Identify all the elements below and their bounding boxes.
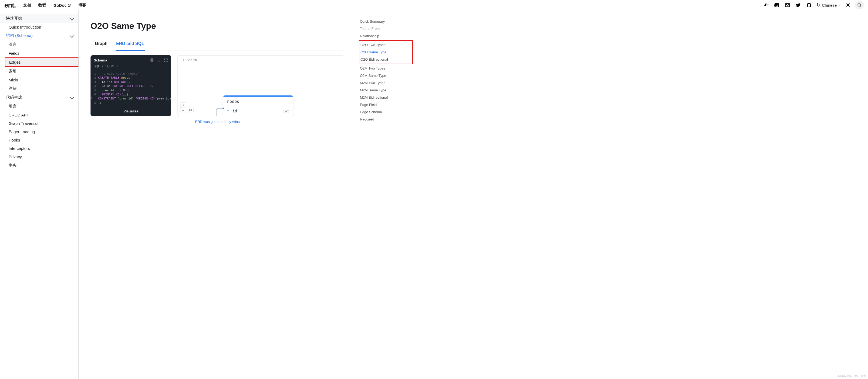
sql-label[interactable]: SQL: [94, 64, 100, 68]
chevron-down-icon: [70, 95, 73, 100]
svg-point-1: [847, 4, 849, 6]
sql-code[interactable]: 1-- create table "nodes"2CREATE TABLE no…: [91, 70, 171, 107]
tabs: Graph ERD and SQL: [91, 38, 344, 50]
database-icon[interactable]: [150, 58, 154, 62]
sidebar-item-transactions[interactable]: 事务: [0, 161, 79, 170]
zoom-out-button[interactable]: −: [181, 108, 186, 113]
toc-item[interactable]: O2O Same Type: [360, 49, 412, 56]
schema-panel: Schema SQL ▾ SQLite ▾ 1-- create table "…: [91, 55, 171, 116]
top-nav: ent. 文档 教程 GoDoc 博客 Chinese: [0, 0, 868, 10]
erd-table-nodes[interactable]: nodes idintvalueintprev_idint: [223, 95, 293, 116]
nav-godoc[interactable]: GoDoc: [53, 3, 71, 7]
tab-erd-sql[interactable]: ERD and SQL: [116, 38, 145, 51]
sidebar-item-edges[interactable]: Edges: [5, 58, 78, 66]
erd-generated-note[interactable]: ERD was generated by Atlas: [91, 116, 344, 124]
toc-item[interactable]: O2M Same Type: [359, 72, 413, 79]
toc-item[interactable]: M2M Same Type: [359, 87, 413, 94]
theme-toggle-icon[interactable]: [844, 1, 852, 9]
port-dot: [222, 108, 224, 109]
arrow-down-icon: ▾: [102, 65, 103, 67]
svg-rect-13: [190, 109, 191, 111]
svg-line-3: [860, 6, 861, 7]
erd-column-row: idint: [223, 107, 293, 115]
sidebar-item-annotations[interactable]: 注解: [0, 84, 79, 93]
svg-point-4: [151, 58, 153, 59]
sidebar-group-codegen[interactable]: 代码生成: [0, 93, 79, 102]
zoom-controls: + −: [180, 103, 186, 113]
key-icon: [227, 110, 230, 112]
toc-item[interactable]: Edge Schema: [359, 108, 413, 116]
sidebar-item-privacy[interactable]: Privacy: [0, 152, 79, 161]
nav-docs[interactable]: 文档: [23, 3, 31, 8]
language-label: Chinese: [822, 3, 837, 7]
twitter-icon[interactable]: [795, 1, 802, 9]
sidebar-item-interceptors[interactable]: Interceptors: [0, 144, 79, 152]
sidebar-item-intro2[interactable]: 引言: [0, 102, 79, 111]
visualize-button[interactable]: Visualize: [91, 107, 171, 116]
sidebar-item-quick-intro[interactable]: Quick Introduction: [0, 23, 79, 31]
mail-icon[interactable]: [784, 1, 791, 9]
schema-panel-title: Schema: [94, 58, 147, 62]
fit-view-button[interactable]: [188, 107, 194, 113]
svg-point-2: [858, 3, 861, 6]
sidebar-item-hooks[interactable]: Hooks: [0, 136, 79, 144]
dialect-label[interactable]: SQLite: [105, 64, 115, 68]
search-button[interactable]: [855, 1, 864, 9]
sidebar-item-graph-traversal[interactable]: Graph Traversal: [0, 119, 79, 127]
nav-blog[interactable]: 博客: [78, 3, 86, 8]
nav-tutorials[interactable]: 教程: [38, 3, 46, 8]
slack-icon[interactable]: [762, 1, 770, 9]
svg-line-0: [69, 4, 71, 5]
sidebar-item-eager-loading[interactable]: Eager Loading: [0, 127, 79, 136]
language-switcher[interactable]: Chinese: [816, 3, 841, 7]
erd-column-row: valueint: [223, 115, 293, 116]
translate-icon: [816, 3, 821, 7]
sidebar-group-label: 结构 (Schema): [6, 33, 33, 38]
toc: Quick SummaryTo and FromRelationshipO2O …: [356, 10, 415, 379]
github-icon[interactable]: [805, 1, 813, 9]
toc-item[interactable]: Quick Summary: [359, 18, 413, 25]
tab-graph[interactable]: Graph: [94, 38, 108, 50]
toc-item[interactable]: M2M Bidirectional: [359, 94, 413, 101]
erd-table-name: nodes: [223, 97, 293, 107]
toc-item[interactable]: M2M Two Types: [359, 79, 413, 87]
discord-icon[interactable]: [773, 1, 780, 9]
sidebar-item-crud[interactable]: CRUD API: [0, 111, 79, 119]
brand-logo[interactable]: ent.: [4, 1, 16, 9]
arrow-down-icon: ▾: [117, 65, 118, 67]
sidebar-group-label: 快速开始: [6, 16, 22, 21]
sidebar: 快速开始 Quick Introduction 结构 (Schema) 引言 F…: [0, 10, 79, 379]
toc-item[interactable]: O2O Bidirectional: [360, 56, 412, 63]
zoom-in-button[interactable]: +: [181, 103, 186, 108]
external-link-icon: [68, 3, 71, 7]
fullscreen-icon[interactable]: [164, 58, 168, 62]
sidebar-item-indexes[interactable]: 索引: [0, 67, 79, 76]
toc-item[interactable]: To and From: [359, 25, 413, 32]
highlight-box: O2O Two TypesO2O Same TypeO2O Bidirectio…: [359, 40, 413, 64]
page-title: O2O Same Type: [91, 21, 344, 31]
chevron-down-icon: [70, 33, 73, 38]
toc-item[interactable]: O2O Two Types: [360, 41, 412, 49]
fit-icon: [189, 108, 192, 112]
sidebar-item-fields[interactable]: Fields: [0, 49, 79, 57]
watermark: CSDN @CTRA王大大: [838, 374, 866, 378]
toc-item[interactable]: Required: [359, 116, 413, 123]
sidebar-group-quickstart[interactable]: 快速开始: [0, 14, 79, 23]
search-icon: [857, 3, 862, 7]
highlight-box: Edges: [5, 57, 79, 67]
list-icon[interactable]: [157, 58, 161, 62]
chevron-down-icon: [70, 16, 73, 21]
toc-item[interactable]: Relationship: [359, 32, 413, 40]
nav-godoc-label: GoDoc: [53, 3, 66, 7]
sidebar-item-intro[interactable]: 引言: [0, 40, 79, 49]
sidebar-item-mixin[interactable]: Mixin: [0, 76, 79, 84]
toc-item[interactable]: O2M Two Types: [359, 65, 413, 72]
sidebar-group-label: 代码生成: [6, 95, 22, 100]
toc-item[interactable]: Edge Field: [359, 101, 413, 108]
main-content: O2O Same Type Graph ERD and SQL Schema S…: [79, 10, 356, 379]
erd-panel: Search... prev_id:id nodes idintvalueint…: [177, 55, 344, 116]
chevron-down-icon: [838, 3, 841, 7]
sidebar-group-schema[interactable]: 结构 (Schema): [0, 31, 79, 40]
